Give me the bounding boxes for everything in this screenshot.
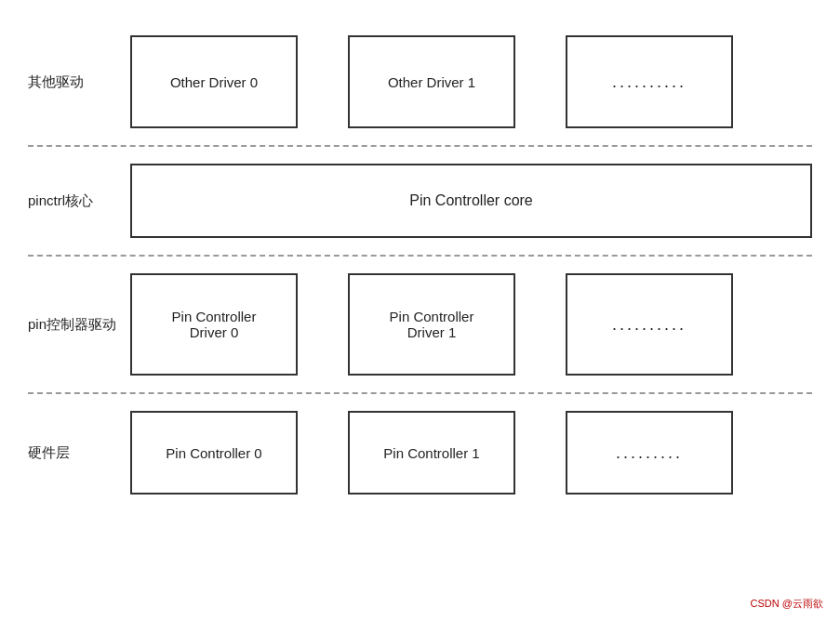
pin-driver-dots-box: .......... xyxy=(566,273,733,376)
other-driver-dots-box: .......... xyxy=(566,35,733,128)
pinctrl-core-content: Pin Controller core xyxy=(130,164,812,238)
pinctrl-core-label: pinctrl核心 xyxy=(28,192,130,210)
pin-controller-core-box: Pin Controller core xyxy=(130,164,812,238)
other-driver-0-box: Other Driver 0 xyxy=(130,35,298,128)
pinctrl-core-section: pinctrl核心 Pin Controller core xyxy=(28,147,812,255)
other-drivers-label: 其他驱动 xyxy=(28,73,130,91)
pin-drivers-content: Pin Controller Driver 0 Pin Controller D… xyxy=(130,273,812,376)
pin-controller-driver-1-box: Pin Controller Driver 1 xyxy=(348,273,515,376)
watermark: CSDN @云雨欲 xyxy=(751,597,823,611)
hardware-section: 硬件层 Pin Controller 0 Pin Controller 1 ..… xyxy=(28,394,812,511)
pin-controller-1-box: Pin Controller 1 xyxy=(348,411,515,495)
other-driver-1-box: Other Driver 1 xyxy=(348,35,515,128)
other-drivers-content: Other Driver 0 Other Driver 1 .......... xyxy=(130,35,812,128)
pin-controller-driver-0-box: Pin Controller Driver 0 xyxy=(130,273,298,376)
pin-drivers-label: pin控制器驱动 xyxy=(28,316,130,334)
hardware-label: 硬件层 xyxy=(28,444,130,462)
other-drivers-section: 其他驱动 Other Driver 0 Other Driver 1 .....… xyxy=(28,19,812,145)
hardware-content: Pin Controller 0 Pin Controller 1 ......… xyxy=(130,411,812,495)
hw-dots-box: ......... xyxy=(566,411,733,495)
pin-controller-0-box: Pin Controller 0 xyxy=(130,411,298,495)
pin-drivers-section: pin控制器驱动 Pin Controller Driver 0 Pin Con… xyxy=(28,257,812,392)
